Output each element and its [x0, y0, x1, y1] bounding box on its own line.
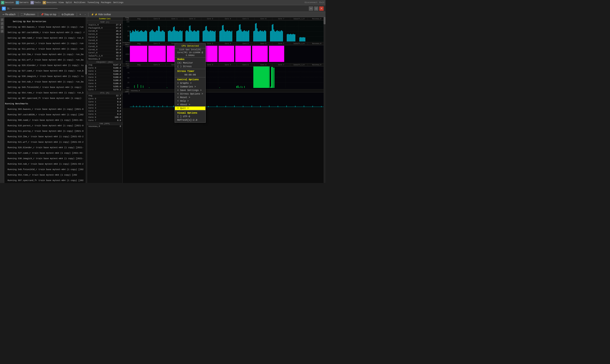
svg-rect-184 — [269, 46, 284, 62]
multiexec-tab[interactable]: MultiExec — [74, 1, 86, 4]
summary-row: Acpitz,027.8 — [87, 24, 122, 27]
col-header: Iwlwifi_1,0 — [290, 18, 308, 20]
macros-side-icon[interactable]: Mac — [0, 26, 4, 29]
summary-row: nouveau,00 — [87, 125, 122, 128]
svg-rect-57 — [182, 31, 182, 41]
svg-rect-121 — [255, 24, 256, 41]
svg-rect-162 — [302, 37, 303, 41]
duplicate-icon: ⧉ — [62, 13, 63, 16]
utf8-item[interactable]: [ ] UTF-8 — [175, 115, 205, 118]
reset-menu-item[interactable]: < Reset > — [175, 96, 205, 99]
summary-row: Nouveau,032.0 — [87, 58, 122, 61]
col-header: Core 1 — [165, 18, 183, 20]
hide-toolbar-button[interactable]: ⚡ ⚡ Hide toolbar — [89, 13, 113, 17]
tools-tab[interactable]: ⚙ Tools — [30, 1, 41, 4]
packages-tab[interactable]: Packages — [101, 1, 111, 4]
svg-rect-62 — [189, 26, 190, 41]
svg-rect-40 — [164, 32, 165, 41]
col-header: Core 7 — [272, 43, 290, 45]
svg-rect-131 — [264, 31, 264, 41]
svg-rect-80 — [208, 31, 208, 41]
app-icon: 3 — [2, 7, 6, 11]
svg-rect-212 — [253, 66, 270, 88]
svg-rect-140 — [275, 32, 276, 41]
svg-rect-61 — [188, 32, 189, 41]
svg-rect-205 — [220, 87, 220, 88]
col-header: Iwlwifi_1,0 — [290, 64, 308, 66]
svg-rect-229 — [140, 105, 140, 107]
stay-on-top-button[interactable]: 📌 Stay on top — [39, 13, 58, 17]
tools-side-icon[interactable]: Too — [0, 22, 4, 25]
svg-rect-89 — [220, 31, 220, 41]
svg-rect-18 — [143, 32, 144, 41]
temp-chart-section: Temp [C] AvgCore 0Core 1Core 2Core 3Core… — [123, 17, 325, 42]
terminal-scrollbar-thumb[interactable] — [85, 65, 87, 74]
col-header: Core 7 — [272, 64, 290, 66]
window-title: 3: ───────────────────────────── — [7, 7, 309, 10]
svg-rect-64 — [191, 30, 191, 41]
sessions-tab[interactable]: ▤ Sessions — [43, 1, 57, 4]
close-button[interactable]: ✕ — [319, 6, 324, 11]
terminal-scrollbar[interactable] — [85, 17, 87, 183]
zoom-out-button[interactable]: - — [83, 13, 87, 17]
graphs-menu-item[interactable]: < Graphs > — [175, 81, 205, 85]
svg-rect-226 — [130, 106, 325, 107]
svg-rect-76 — [205, 30, 205, 41]
svg-rect-56 — [181, 31, 182, 41]
summary-row: Core 10.0 — [87, 101, 122, 104]
summaries-menu-item[interactable]: < Summaries > — [175, 85, 205, 89]
settings-tab[interactable]: Settings — [113, 1, 123, 4]
col-header: Core 5 — [237, 64, 255, 66]
maximize-button[interactable]: □ — [314, 6, 318, 11]
reattach-button[interactable]: ↩ Re-attach — [1, 13, 17, 17]
stfp-side-icon[interactable]: Sftp — [0, 29, 4, 33]
sessions-side-icon[interactable]: Ses — [0, 18, 4, 21]
svg-rect-156 — [293, 34, 294, 41]
cpu-speed: 3.50GHz — [186, 54, 195, 57]
toolbar-separator-5 — [88, 13, 88, 16]
svg-rect-241 — [208, 106, 208, 107]
fan-chart-svg — [130, 92, 325, 107]
temp-section-header: Temp [C] — [87, 21, 122, 24]
fullscreen-button[interactable]: ⛶ Fullscreen — [19, 13, 37, 17]
minimize-button[interactable]: ─ — [309, 6, 313, 11]
toolbar-separator-2 — [38, 13, 38, 16]
svg-rect-48 — [174, 26, 175, 41]
split-tab[interactable]: Split — [65, 1, 72, 4]
about-menu-item[interactable]: < About > — [175, 103, 205, 106]
temp-chart-area: 100 75 50 25 0 — [123, 21, 325, 42]
chart-scrollbar[interactable] — [324, 17, 325, 183]
stress-options-menu-item[interactable]: < Stress Options > — [175, 92, 205, 96]
col-header: Core 3 — [201, 18, 219, 20]
col-header: Core 4 — [219, 64, 237, 66]
refresh-item: Refresh[s]:2.0 — [175, 118, 205, 122]
save-settings-menu-item[interactable]: < Save Settings > — [175, 89, 205, 92]
svg-rect-96 — [225, 32, 226, 41]
chart-scrollbar-thumb[interactable] — [324, 17, 325, 24]
svg-rect-177 — [148, 46, 166, 62]
svg-rect-244 — [234, 105, 235, 107]
duplicate-button[interactable]: ⧉ Duplicate — [60, 13, 76, 17]
summary-row: Core4,042.0 — [87, 42, 122, 45]
svg-rect-97 — [226, 31, 227, 41]
view-tab[interactable]: View — [59, 1, 64, 4]
svg-rect-45 — [171, 32, 172, 41]
stress-mode-item[interactable]: ( ) Stress — [175, 65, 205, 68]
svg-rect-136 — [272, 25, 273, 41]
svg-rect-125 — [259, 32, 259, 41]
monitor-mode-item[interactable]: (X) Monitor — [175, 61, 205, 65]
svg-rect-95 — [225, 31, 225, 41]
session-tab[interactable]: S Session — [1, 1, 14, 4]
zoom-in-button[interactable]: + — [78, 13, 83, 17]
col-header: Nouveau,0 — [308, 43, 325, 45]
terminal-output: Setting Up Run Directories Setting up 50… — [4, 17, 87, 183]
help-menu-item[interactable]: < Help > — [175, 99, 205, 103]
servers-tab[interactable]: ⬡ Servers — [16, 1, 29, 4]
svg-rect-230 — [143, 106, 143, 107]
summary-row: Core 05100.0 — [87, 67, 122, 70]
tunneling-tab[interactable]: Tunneling — [88, 1, 99, 4]
freq-chart-label: Frequency [MHz] — [123, 42, 130, 46]
svg-rect-81 — [209, 32, 209, 41]
quit-menu-item[interactable]: < Quit > — [175, 106, 205, 110]
svg-rect-33 — [158, 26, 159, 41]
